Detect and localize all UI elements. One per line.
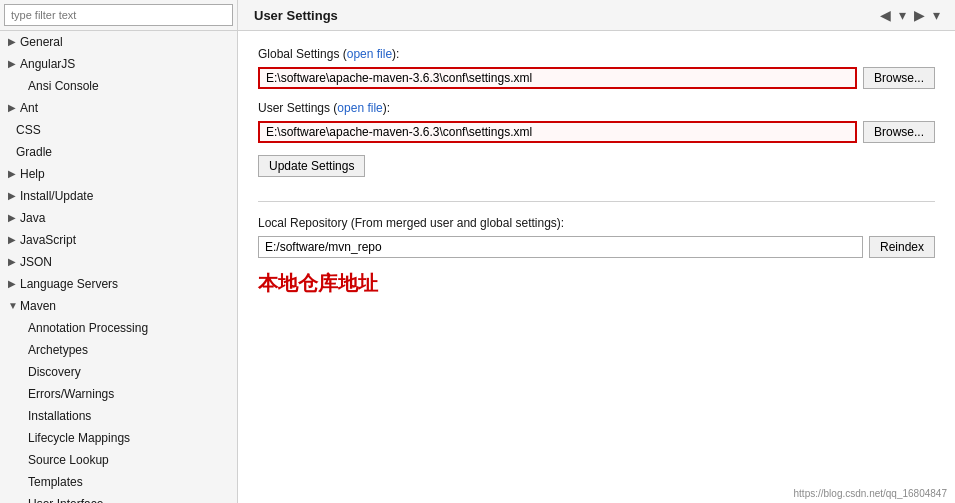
forward-button[interactable]: ▶ xyxy=(911,6,928,24)
sidebar-item-css[interactable]: CSS xyxy=(0,119,237,141)
label-css: CSS xyxy=(16,121,233,139)
label-language-servers: Language Servers xyxy=(20,275,233,293)
page-title: User Settings xyxy=(254,8,338,23)
global-browse-button[interactable]: Browse... xyxy=(863,67,935,89)
label-installations: Installations xyxy=(28,407,233,425)
sidebar-item-angularjs[interactable]: ▶ AngularJS xyxy=(0,53,237,75)
label-gradle: Gradle xyxy=(16,143,233,161)
content-area: User Settings ◀ ▾ ▶ ▾ Global Settings (o… xyxy=(238,0,955,503)
sidebar-item-source-lookup[interactable]: Source Lookup xyxy=(0,449,237,471)
user-open-file-link[interactable]: open file xyxy=(337,101,382,115)
local-repo-label: Local Repository (From merged user and g… xyxy=(258,216,935,230)
sidebar-item-templates[interactable]: Templates xyxy=(0,471,237,493)
label-install-update: Install/Update xyxy=(20,187,233,205)
settings-sidebar: ▶ General ▶ AngularJS Ansi Console ▶ Ant… xyxy=(0,0,238,503)
sidebar-item-gradle[interactable]: Gradle xyxy=(0,141,237,163)
arrow-ant: ▶ xyxy=(8,99,20,117)
divider xyxy=(258,201,935,202)
label-ansi-console: Ansi Console xyxy=(28,77,233,95)
annotation-text: 本地仓库地址 xyxy=(258,270,935,297)
sidebar-item-install-update[interactable]: ▶ Install/Update xyxy=(0,185,237,207)
user-settings-suffix: ): xyxy=(383,101,390,115)
local-repo-row: Reindex xyxy=(258,236,935,258)
global-settings-label: Global Settings (open file): xyxy=(258,47,935,61)
sidebar-item-maven[interactable]: ▼ Maven xyxy=(0,295,237,317)
global-settings-suffix: ): xyxy=(392,47,399,61)
arrow-angularjs: ▶ xyxy=(8,55,20,73)
sidebar-item-help[interactable]: ▶ Help xyxy=(0,163,237,185)
update-settings-button[interactable]: Update Settings xyxy=(258,155,365,177)
filter-area xyxy=(0,0,237,31)
content-body: Global Settings (open file): Browse... U… xyxy=(238,31,955,503)
arrow-language-servers: ▶ xyxy=(8,275,20,293)
user-browse-button[interactable]: Browse... xyxy=(863,121,935,143)
label-java: Java xyxy=(20,209,233,227)
watermark: https://blog.csdn.net/qq_16804847 xyxy=(794,488,947,499)
label-source-lookup: Source Lookup xyxy=(28,451,233,469)
global-settings-row: Browse... xyxy=(258,67,935,89)
forward-dropdown-button[interactable]: ▾ xyxy=(930,6,943,24)
arrow-general: ▶ xyxy=(8,33,20,51)
sidebar-item-general[interactable]: ▶ General xyxy=(0,31,237,53)
sidebar-item-annotation-processing[interactable]: Annotation Processing xyxy=(0,317,237,339)
arrow-help: ▶ xyxy=(8,165,20,183)
sidebar-item-ant[interactable]: ▶ Ant xyxy=(0,97,237,119)
sidebar-item-installations[interactable]: Installations xyxy=(0,405,237,427)
sidebar-item-java[interactable]: ▶ Java xyxy=(0,207,237,229)
global-open-file-link[interactable]: open file xyxy=(347,47,392,61)
label-angularjs: AngularJS xyxy=(20,55,233,73)
label-maven: Maven xyxy=(20,297,233,315)
label-general: General xyxy=(20,33,233,51)
filter-input[interactable] xyxy=(4,4,233,26)
label-json: JSON xyxy=(20,253,233,271)
back-dropdown-button[interactable]: ▾ xyxy=(896,6,909,24)
label-help: Help xyxy=(20,165,233,183)
back-button[interactable]: ◀ xyxy=(877,6,894,24)
local-repo-input[interactable] xyxy=(258,236,863,258)
label-discovery: Discovery xyxy=(28,363,233,381)
arrow-java: ▶ xyxy=(8,209,20,227)
nav-buttons: ◀ ▾ ▶ ▾ xyxy=(877,6,943,24)
label-annotation-processing: Annotation Processing xyxy=(28,319,233,337)
arrow-install-update: ▶ xyxy=(8,187,20,205)
content-header: User Settings ◀ ▾ ▶ ▾ xyxy=(238,0,955,31)
sidebar-item-lifecycle-mappings[interactable]: Lifecycle Mappings xyxy=(0,427,237,449)
sidebar-item-javascript[interactable]: ▶ JavaScript xyxy=(0,229,237,251)
label-archetypes: Archetypes xyxy=(28,341,233,359)
user-settings-input[interactable] xyxy=(258,121,857,143)
label-javascript: JavaScript xyxy=(20,231,233,249)
user-settings-row: Browse... xyxy=(258,121,935,143)
arrow-javascript: ▶ xyxy=(8,231,20,249)
reindex-button[interactable]: Reindex xyxy=(869,236,935,258)
sidebar-item-user-interface[interactable]: User Interface xyxy=(0,493,237,503)
label-lifecycle-mappings: Lifecycle Mappings xyxy=(28,429,233,447)
global-settings-text: Global Settings ( xyxy=(258,47,347,61)
arrow-maven: ▼ xyxy=(8,297,20,315)
arrow-json: ▶ xyxy=(8,253,20,271)
sidebar-item-errors-warnings[interactable]: Errors/Warnings xyxy=(0,383,237,405)
sidebar-item-ansi-console[interactable]: Ansi Console xyxy=(0,75,237,97)
label-ant: Ant xyxy=(20,99,233,117)
sidebar-item-discovery[interactable]: Discovery xyxy=(0,361,237,383)
sidebar-item-json[interactable]: ▶ JSON xyxy=(0,251,237,273)
user-settings-label: User Settings (open file): xyxy=(258,101,935,115)
sidebar-item-language-servers[interactable]: ▶ Language Servers xyxy=(0,273,237,295)
label-templates: Templates xyxy=(28,473,233,491)
label-user-interface: User Interface xyxy=(28,495,233,503)
sidebar-item-archetypes[interactable]: Archetypes xyxy=(0,339,237,361)
label-errors-warnings: Errors/Warnings xyxy=(28,385,233,403)
sidebar-tree: ▶ General ▶ AngularJS Ansi Console ▶ Ant… xyxy=(0,31,237,503)
global-settings-input[interactable] xyxy=(258,67,857,89)
user-settings-text: User Settings ( xyxy=(258,101,337,115)
